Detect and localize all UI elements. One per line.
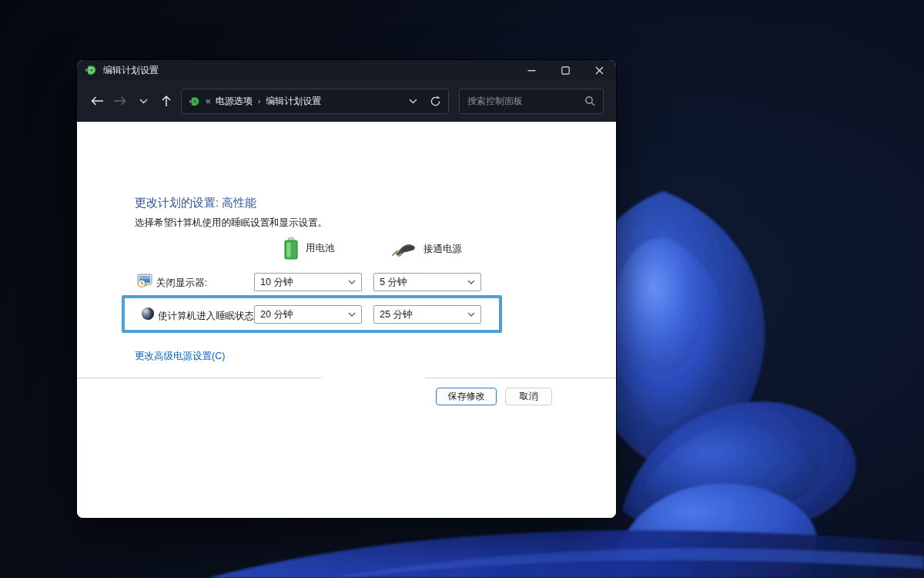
forward-button[interactable] [109, 89, 132, 113]
search-input[interactable]: 搜索控制面板 [459, 89, 604, 114]
edit-plan-settings-window: 编辑计划设置 [77, 60, 616, 518]
dropdown-value: 10 分钟 [260, 276, 293, 289]
breadcrumb-item-power-options[interactable]: 电源选项 [216, 95, 253, 108]
magnifier-icon[interactable] [584, 96, 595, 106]
address-bar[interactable]: « 电源选项 › 编辑计划设置 [181, 89, 449, 114]
divider [77, 378, 321, 378]
breadcrumb-item-edit-plan-settings[interactable]: 编辑计划设置 [266, 95, 321, 108]
close-icon [595, 66, 604, 75]
content-pane: 更改计划的设置: 高性能 选择希望计算机使用的睡眠设置和显示设置。 用电池 [77, 122, 616, 518]
plug-icon [391, 242, 417, 257]
chevron-down-icon[interactable] [409, 99, 417, 104]
column-header-plugged-in: 接通电源 [391, 242, 462, 257]
power-plan-icon [85, 64, 97, 76]
dropdown-value: 20 分钟 [260, 308, 293, 321]
save-changes-button[interactable]: 保存修改 [436, 388, 497, 405]
dropdown-sleep-on-battery[interactable]: 20 分钟 [254, 305, 362, 324]
chevron-down-icon [467, 280, 475, 284]
cancel-button[interactable]: 取消 [505, 388, 552, 405]
display-clock-icon [137, 274, 152, 288]
page-title: 更改计划的设置: 高性能 [135, 196, 256, 210]
window-controls [514, 60, 616, 80]
column-label: 接通电源 [424, 243, 462, 256]
page-subtitle: 选择希望计算机使用的睡眠设置和显示设置。 [135, 217, 327, 230]
row-label-turn-off-display: 关闭显示器: [156, 277, 207, 290]
chevron-down-icon [348, 312, 356, 317]
maximize-icon [561, 66, 570, 75]
back-button[interactable] [85, 89, 109, 113]
row-label-put-to-sleep: 使计算机进入睡眠状态: [158, 310, 256, 323]
dropdown-value: 5 分钟 [380, 276, 407, 289]
arrow-right-icon [113, 96, 127, 106]
divider [425, 378, 616, 378]
chevron-down-icon [348, 280, 356, 284]
battery-icon [283, 237, 299, 260]
titlebar[interactable]: 编辑计划设置 [77, 60, 616, 80]
search-placeholder: 搜索控制面板 [467, 95, 523, 108]
arrow-up-icon [161, 95, 172, 107]
moon-icon [141, 307, 155, 321]
minimize-button[interactable] [514, 60, 548, 80]
column-header-on-battery: 用电池 [283, 237, 335, 260]
breadcrumb-separator: › [258, 96, 261, 106]
recent-pages-button[interactable] [132, 89, 155, 113]
advanced-power-settings-link[interactable]: 更改高级电源设置(C) [135, 350, 225, 363]
maximize-button[interactable] [548, 60, 582, 80]
chevron-down-icon [467, 312, 475, 317]
navigation-bar: « 电源选项 › 编辑计划设置 搜索控制面板 [77, 80, 616, 122]
breadcrumb-overflow[interactable]: « [206, 96, 211, 106]
dropdown-display-plugged-in[interactable]: 5 分钟 [373, 273, 481, 291]
dropdown-value: 25 分钟 [380, 308, 412, 321]
arrow-left-icon [90, 96, 104, 106]
window-title: 编辑计划设置 [103, 64, 159, 77]
power-plan-icon [189, 96, 200, 107]
minimize-icon [527, 66, 536, 75]
up-button[interactable] [155, 89, 178, 113]
address-bar-icons [409, 96, 441, 107]
dropdown-sleep-plugged-in[interactable]: 25 分钟 [373, 305, 481, 324]
chevron-down-icon [139, 99, 148, 104]
dropdown-display-on-battery[interactable]: 10 分钟 [254, 273, 362, 291]
refresh-icon[interactable] [430, 96, 441, 107]
column-label: 用电池 [306, 242, 335, 255]
close-button[interactable] [582, 60, 616, 80]
